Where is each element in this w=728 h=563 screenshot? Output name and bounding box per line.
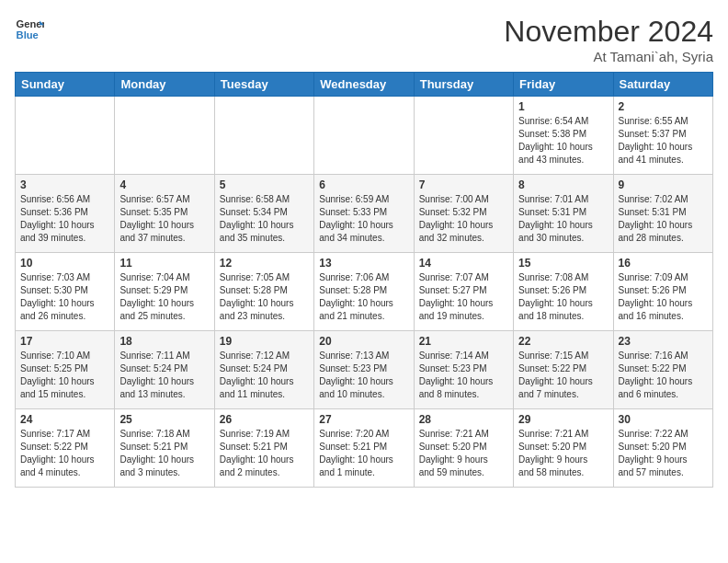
day-number: 5 [220, 178, 309, 191]
calendar-table: SundayMondayTuesdayWednesdayThursdayFrid… [15, 72, 713, 488]
calendar-cell: 6Sunrise: 6:59 AM Sunset: 5:33 PM Daylig… [314, 175, 414, 253]
calendar-cell: 29Sunrise: 7:21 AM Sunset: 5:20 PM Dayli… [514, 409, 613, 488]
calendar-week-5: 24Sunrise: 7:17 AM Sunset: 5:22 PM Dayli… [16, 409, 713, 488]
day-info: Sunrise: 7:13 AM Sunset: 5:23 PM Dayligh… [319, 350, 408, 401]
day-number: 18 [119, 335, 209, 348]
page-header: General Blue November 2024 At Tamani`ah,… [15, 15, 713, 64]
calendar-cell [16, 97, 115, 175]
day-info: Sunrise: 6:55 AM Sunset: 5:37 PM Dayligh… [619, 115, 708, 167]
location: At Tamani`ah, Syria [504, 49, 713, 64]
day-info: Sunrise: 7:15 AM Sunset: 5:22 PM Dayligh… [518, 350, 608, 401]
header-thursday: Thursday [414, 73, 513, 97]
calendar-cell: 9Sunrise: 7:02 AM Sunset: 5:31 PM Daylig… [613, 175, 712, 253]
day-info: Sunrise: 7:02 AM Sunset: 5:31 PM Dayligh… [619, 193, 708, 245]
calendar-cell: 16Sunrise: 7:09 AM Sunset: 5:26 PM Dayli… [613, 253, 712, 331]
calendar-cell: 4Sunrise: 6:57 AM Sunset: 5:35 PM Daylig… [115, 175, 214, 253]
day-number: 12 [220, 257, 309, 270]
header-sunday: Sunday [16, 73, 115, 97]
calendar-cell: 11Sunrise: 7:04 AM Sunset: 5:29 PM Dayli… [115, 253, 214, 331]
calendar-cell: 13Sunrise: 7:06 AM Sunset: 5:28 PM Dayli… [314, 253, 414, 331]
logo-icon: General Blue [15, 15, 44, 44]
calendar-cell: 21Sunrise: 7:14 AM Sunset: 5:23 PM Dayli… [414, 331, 513, 409]
day-number: 29 [518, 413, 608, 426]
calendar-cell: 24Sunrise: 7:17 AM Sunset: 5:22 PM Dayli… [16, 409, 115, 488]
calendar-cell [414, 97, 513, 175]
month-title: November 2024 [504, 15, 713, 49]
calendar-cell: 26Sunrise: 7:19 AM Sunset: 5:21 PM Dayli… [214, 409, 313, 488]
day-info: Sunrise: 7:01 AM Sunset: 5:31 PM Dayligh… [518, 193, 608, 245]
day-info: Sunrise: 7:16 AM Sunset: 5:22 PM Dayligh… [619, 350, 708, 401]
calendar-cell: 28Sunrise: 7:21 AM Sunset: 5:20 PM Dayli… [414, 409, 513, 488]
day-info: Sunrise: 7:19 AM Sunset: 5:21 PM Dayligh… [220, 428, 309, 479]
calendar-cell: 8Sunrise: 7:01 AM Sunset: 5:31 PM Daylig… [514, 175, 613, 253]
day-info: Sunrise: 7:10 AM Sunset: 5:25 PM Dayligh… [20, 350, 109, 401]
calendar-cell: 5Sunrise: 6:58 AM Sunset: 5:34 PM Daylig… [214, 175, 313, 253]
day-number: 6 [319, 178, 408, 191]
day-number: 4 [119, 178, 209, 191]
day-info: Sunrise: 7:12 AM Sunset: 5:24 PM Dayligh… [220, 350, 309, 401]
calendar-cell: 18Sunrise: 7:11 AM Sunset: 5:24 PM Dayli… [115, 331, 214, 409]
calendar-cell: 7Sunrise: 7:00 AM Sunset: 5:32 PM Daylig… [414, 175, 513, 253]
header-monday: Monday [115, 73, 214, 97]
header-friday: Friday [514, 73, 613, 97]
calendar-cell: 27Sunrise: 7:20 AM Sunset: 5:21 PM Dayli… [314, 409, 414, 488]
calendar-cell: 10Sunrise: 7:03 AM Sunset: 5:30 PM Dayli… [16, 253, 115, 331]
calendar-header-row: SundayMondayTuesdayWednesdayThursdayFrid… [16, 73, 713, 97]
day-info: Sunrise: 6:56 AM Sunset: 5:36 PM Dayligh… [20, 193, 109, 245]
calendar-week-3: 10Sunrise: 7:03 AM Sunset: 5:30 PM Dayli… [16, 253, 713, 331]
day-info: Sunrise: 7:00 AM Sunset: 5:32 PM Dayligh… [419, 193, 508, 245]
header-wednesday: Wednesday [314, 73, 414, 97]
title-block: November 2024 At Tamani`ah, Syria [504, 15, 713, 64]
calendar-cell: 30Sunrise: 7:22 AM Sunset: 5:20 PM Dayli… [613, 409, 712, 488]
day-info: Sunrise: 7:05 AM Sunset: 5:28 PM Dayligh… [220, 271, 309, 323]
day-number: 25 [119, 413, 209, 426]
day-number: 22 [518, 335, 608, 348]
calendar-cell [214, 97, 313, 175]
day-number: 26 [220, 413, 309, 426]
calendar-week-2: 3Sunrise: 6:56 AM Sunset: 5:36 PM Daylig… [16, 175, 713, 253]
day-info: Sunrise: 6:57 AM Sunset: 5:35 PM Dayligh… [119, 193, 209, 245]
day-number: 1 [518, 100, 608, 113]
header-tuesday: Tuesday [214, 73, 313, 97]
day-number: 10 [20, 257, 109, 270]
day-number: 13 [319, 257, 408, 270]
calendar-cell: 3Sunrise: 6:56 AM Sunset: 5:36 PM Daylig… [16, 175, 115, 253]
day-info: Sunrise: 7:11 AM Sunset: 5:24 PM Dayligh… [119, 350, 209, 401]
day-number: 17 [20, 335, 109, 348]
day-number: 3 [20, 178, 109, 191]
day-info: Sunrise: 7:08 AM Sunset: 5:26 PM Dayligh… [518, 271, 608, 323]
calendar-cell: 23Sunrise: 7:16 AM Sunset: 5:22 PM Dayli… [613, 331, 712, 409]
calendar-cell: 15Sunrise: 7:08 AM Sunset: 5:26 PM Dayli… [514, 253, 613, 331]
day-number: 30 [619, 413, 708, 426]
day-number: 21 [419, 335, 508, 348]
day-number: 20 [319, 335, 408, 348]
calendar-cell: 19Sunrise: 7:12 AM Sunset: 5:24 PM Dayli… [214, 331, 313, 409]
logo: General Blue [15, 15, 44, 44]
day-info: Sunrise: 7:14 AM Sunset: 5:23 PM Dayligh… [419, 350, 508, 401]
day-number: 28 [419, 413, 508, 426]
day-number: 19 [220, 335, 309, 348]
calendar-cell [115, 97, 214, 175]
day-number: 2 [619, 100, 708, 113]
calendar-week-1: 1Sunrise: 6:54 AM Sunset: 5:38 PM Daylig… [16, 97, 713, 175]
day-info: Sunrise: 7:21 AM Sunset: 5:20 PM Dayligh… [419, 428, 508, 479]
day-number: 27 [319, 413, 408, 426]
day-info: Sunrise: 7:21 AM Sunset: 5:20 PM Dayligh… [518, 428, 608, 479]
calendar-cell: 14Sunrise: 7:07 AM Sunset: 5:27 PM Dayli… [414, 253, 513, 331]
header-saturday: Saturday [613, 73, 712, 97]
calendar-cell: 1Sunrise: 6:54 AM Sunset: 5:38 PM Daylig… [514, 97, 613, 175]
day-info: Sunrise: 7:04 AM Sunset: 5:29 PM Dayligh… [119, 271, 209, 323]
day-info: Sunrise: 7:22 AM Sunset: 5:20 PM Dayligh… [619, 428, 708, 479]
day-number: 15 [518, 257, 608, 270]
calendar-cell: 25Sunrise: 7:18 AM Sunset: 5:21 PM Dayli… [115, 409, 214, 488]
day-number: 24 [20, 413, 109, 426]
day-info: Sunrise: 6:54 AM Sunset: 5:38 PM Dayligh… [518, 115, 608, 167]
day-info: Sunrise: 7:17 AM Sunset: 5:22 PM Dayligh… [20, 428, 109, 479]
day-info: Sunrise: 6:58 AM Sunset: 5:34 PM Dayligh… [220, 193, 309, 245]
day-info: Sunrise: 6:59 AM Sunset: 5:33 PM Dayligh… [319, 193, 408, 245]
calendar-cell: 12Sunrise: 7:05 AM Sunset: 5:28 PM Dayli… [214, 253, 313, 331]
day-number: 23 [619, 335, 708, 348]
day-info: Sunrise: 7:18 AM Sunset: 5:21 PM Dayligh… [119, 428, 209, 479]
day-number: 8 [518, 178, 608, 191]
svg-text:Blue: Blue [17, 29, 39, 40]
